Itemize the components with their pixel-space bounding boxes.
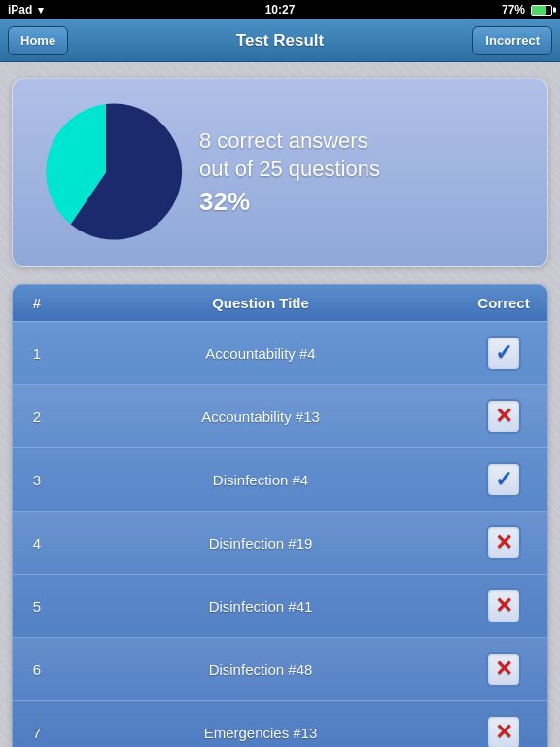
col-number-header: # bbox=[13, 285, 61, 321]
results-table: # Question Title Correct 1Accountability… bbox=[12, 284, 548, 747]
col-title-header: Question Title bbox=[61, 285, 460, 321]
correct-checkmark: ✓ bbox=[486, 462, 521, 497]
status-bar: iPad ▾ 10:27 77% bbox=[0, 0, 560, 19]
table-row[interactable]: 3Disinfection #4✓ bbox=[13, 448, 547, 512]
row-correct-indicator: ✕ bbox=[460, 385, 547, 447]
home-button[interactable]: Home bbox=[8, 26, 68, 55]
wifi-icon: ▾ bbox=[38, 4, 44, 17]
carrier-label: iPad bbox=[8, 3, 32, 17]
row-correct-indicator: ✓ bbox=[460, 448, 547, 511]
row-number: 3 bbox=[13, 448, 61, 511]
content-area: 8 correct answers out of 25 questions 32… bbox=[0, 62, 560, 747]
battery-percentage: 77% bbox=[502, 3, 525, 17]
row-number: 6 bbox=[13, 638, 61, 700]
row-title: Disinfection #19 bbox=[61, 512, 460, 574]
incorrect-x: ✕ bbox=[486, 525, 521, 560]
row-title: Accountability #4 bbox=[61, 322, 460, 384]
row-correct-indicator: ✕ bbox=[460, 512, 547, 574]
row-number: 4 bbox=[13, 512, 61, 574]
row-number: 1 bbox=[13, 322, 61, 384]
row-title: Disinfection #48 bbox=[61, 638, 460, 700]
row-number: 2 bbox=[13, 385, 61, 447]
page-title: Test Result bbox=[236, 31, 324, 51]
table-row[interactable]: 5Disinfection #41✕ bbox=[13, 575, 547, 638]
incorrect-button[interactable]: Incorrect bbox=[472, 26, 552, 55]
chart-card: 8 correct answers out of 25 questions 32… bbox=[12, 78, 548, 267]
row-correct-indicator: ✕ bbox=[460, 575, 547, 637]
stats-text-container: 8 correct answers out of 25 questions 32… bbox=[199, 127, 380, 217]
time-label: 10:27 bbox=[265, 3, 296, 17]
table-row[interactable]: 1Accountability #4✓ bbox=[13, 322, 547, 385]
incorrect-x: ✕ bbox=[486, 715, 521, 747]
incorrect-x: ✕ bbox=[486, 588, 521, 623]
correct-answers-label: 8 correct answers out of 25 questions bbox=[199, 127, 380, 183]
table-body: 1Accountability #4✓2Accountability #13✕3… bbox=[13, 322, 547, 747]
incorrect-x: ✕ bbox=[486, 652, 521, 687]
table-row[interactable]: 6Disinfection #48✕ bbox=[13, 638, 547, 701]
col-correct-header: Correct bbox=[460, 285, 547, 321]
row-number: 7 bbox=[13, 701, 61, 747]
row-title: Disinfection #4 bbox=[61, 448, 460, 511]
incorrect-x: ✕ bbox=[486, 399, 521, 434]
table-row[interactable]: 2Accountability #13✕ bbox=[13, 385, 547, 448]
row-number: 5 bbox=[13, 575, 61, 637]
row-correct-indicator: ✕ bbox=[460, 701, 547, 747]
correct-checkmark: ✓ bbox=[486, 336, 521, 371]
percentage-label: 32% bbox=[199, 187, 380, 217]
table-row[interactable]: 4Disinfection #19✕ bbox=[13, 512, 547, 575]
pie-chart bbox=[28, 94, 184, 250]
row-title: Accountability #13 bbox=[61, 385, 460, 447]
table-header: # Question Title Correct bbox=[13, 285, 547, 322]
row-title: Disinfection #41 bbox=[61, 575, 460, 637]
row-title: Emergencies #13 bbox=[61, 701, 460, 747]
row-correct-indicator: ✕ bbox=[460, 638, 547, 700]
battery-icon bbox=[531, 5, 552, 16]
nav-bar: Home Test Result Incorrect bbox=[0, 19, 560, 62]
row-correct-indicator: ✓ bbox=[460, 322, 547, 384]
table-row[interactable]: 7Emergencies #13✕ bbox=[13, 701, 547, 747]
